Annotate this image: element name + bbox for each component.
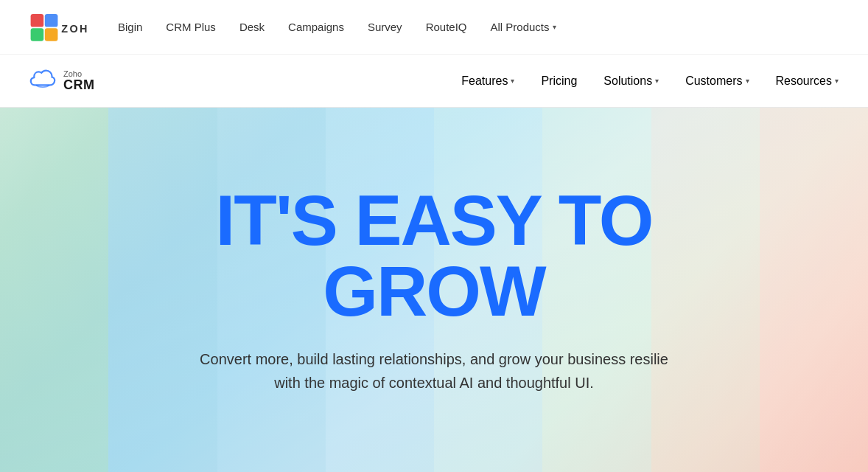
nav-customers[interactable]: Customers ▾ — [685, 74, 749, 88]
features-chevron-icon: ▾ — [511, 77, 514, 85]
nav-solutions[interactable]: Solutions ▾ — [603, 74, 659, 88]
zoho-logo[interactable]: ZOHO — [29, 9, 88, 46]
svg-rect-0 — [31, 14, 44, 27]
nav-all-products[interactable]: All Products ▾ — [491, 21, 556, 33]
nav-bigin[interactable]: Bigin — [118, 21, 142, 33]
crm-logo-zoho-text: Zoho — [63, 69, 95, 78]
nav-crm-plus[interactable]: CRM Plus — [166, 21, 216, 33]
svg-rect-2 — [31, 28, 44, 41]
hero-content: IT'S EASY TO GROW Convert more, build la… — [155, 185, 713, 395]
crm-logo[interactable]: Zoho CRM — [29, 68, 95, 94]
top-navigation: ZOHO Bigin CRM Plus Desk Campaigns Surve… — [0, 0, 868, 55]
customers-chevron-icon: ▾ — [746, 77, 749, 85]
crm-logo-crm-text: CRM — [63, 78, 95, 93]
solutions-chevron-icon: ▾ — [655, 77, 659, 85]
svg-rect-3 — [45, 28, 58, 41]
resources-chevron-icon: ▾ — [835, 77, 839, 85]
nav-survey[interactable]: Survey — [368, 21, 402, 33]
hero-title: IT'S EASY TO GROW — [200, 185, 668, 327]
crm-navigation: Zoho CRM Features ▾ Pricing Solutions ▾ … — [0, 55, 868, 108]
hero-subtitle: Convert more, build lasting relationship… — [200, 347, 668, 395]
svg-rect-1 — [45, 14, 58, 27]
hero-section: IT'S EASY TO GROW Convert more, build la… — [0, 108, 868, 472]
top-nav-links: Bigin CRM Plus Desk Campaigns Survey Rou… — [118, 21, 556, 33]
svg-text:ZOHO: ZOHO — [61, 22, 88, 34]
nav-resources[interactable]: Resources ▾ — [776, 74, 839, 88]
all-products-chevron-icon: ▾ — [553, 23, 556, 31]
nav-pricing[interactable]: Pricing — [541, 74, 577, 88]
nav-routeiq[interactable]: RouteIQ — [426, 21, 467, 33]
nav-features[interactable]: Features ▾ — [461, 74, 514, 88]
nav-desk[interactable]: Desk — [239, 21, 265, 33]
crm-nav-links: Features ▾ Pricing Solutions ▾ Customers… — [461, 74, 839, 88]
nav-campaigns[interactable]: Campaigns — [288, 21, 344, 33]
